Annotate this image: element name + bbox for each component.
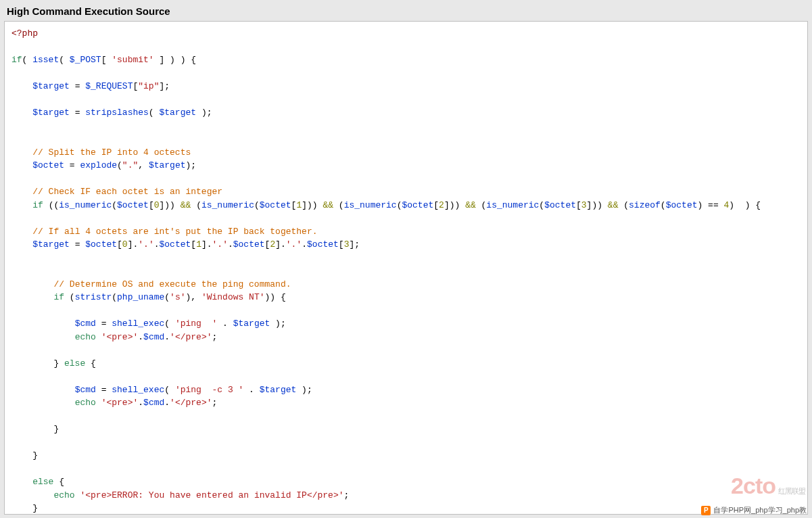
code-token: (: [333, 200, 344, 210]
code-token: (: [112, 292, 117, 302]
code-token: sizeof: [629, 200, 661, 210]
code-token: ((: [43, 200, 59, 210]
code-token: );: [270, 319, 285, 329]
code-token: else: [32, 477, 53, 487]
code-comment: // If all 4 octets are int's put the IP …: [32, 227, 317, 237]
code-token: '.': [212, 239, 228, 250]
code-token: $octet: [307, 239, 339, 250]
code-token: $_POST: [70, 55, 101, 65]
code-token: shell_exec: [112, 319, 164, 329]
code-token: ])): [587, 200, 608, 210]
code-token: ".": [122, 160, 138, 170]
code-token: [11, 227, 32, 237]
code-token: }: [11, 358, 64, 369]
code-token: =: [96, 319, 112, 329]
code-token: .: [138, 332, 143, 342]
code-token: )) {: [265, 292, 286, 302]
code-token: (: [164, 292, 170, 302]
code-token: [11, 477, 32, 487]
code-token: .: [302, 239, 307, 250]
watermark-brand: 2cto: [731, 473, 775, 498]
code-token: php_uname: [117, 292, 164, 302]
php-icon: P: [701, 506, 711, 515]
code-token: if: [32, 200, 43, 210]
code-token: .: [243, 385, 259, 395]
code-token: echo: [75, 398, 96, 408]
code-token: explode: [80, 160, 117, 170]
code-token: (: [661, 200, 666, 210]
code-token: 2: [439, 200, 444, 210]
code-token: stristr: [75, 292, 112, 302]
code-token: [: [433, 200, 439, 210]
code-token: else: [64, 358, 85, 369]
watermark-logo: 2cto红黑联盟: [731, 473, 805, 499]
code-token: ] ) ) {: [154, 55, 196, 65]
code-token: ].: [201, 239, 212, 250]
code-token: 'ping ': [175, 319, 217, 329]
code-token: $octet: [544, 200, 576, 210]
code-token: [11, 398, 75, 408]
code-token: (: [112, 200, 117, 210]
code-token: $cmd: [75, 319, 96, 329]
code-token: ) ==: [697, 200, 723, 210]
code-token: $octet: [160, 239, 191, 250]
code-token: ),: [186, 292, 201, 302]
code-token: }: [11, 424, 59, 434]
code-token: ;: [212, 332, 218, 342]
code-token: 'Windows NT': [201, 292, 265, 302]
code-token: (: [476, 200, 487, 210]
code-token: is_numeric: [201, 200, 254, 210]
code-token: (: [64, 292, 75, 302]
code-viewer: <?php if( isset( $_POST[ 'submit' ] ) ) …: [4, 21, 808, 515]
code-token: {: [85, 358, 96, 369]
code-token: );: [185, 160, 196, 170]
code-token: ];: [349, 239, 360, 250]
code-token: 'ping -c 3 ': [175, 385, 243, 395]
code-token: [96, 398, 101, 408]
code-token: =: [70, 108, 85, 118]
code-token: [11, 490, 53, 500]
code-token: '.': [138, 239, 153, 250]
code-token: ].: [128, 239, 139, 250]
code-token: '</pre>': [170, 398, 212, 408]
code-comment: // Check IF each octet is an integer: [32, 187, 222, 197]
code-token: ])): [160, 200, 181, 210]
code-token: (: [117, 160, 122, 170]
code-token: shell_exec: [112, 385, 164, 395]
code-token: $octet: [85, 239, 117, 250]
code-token: is_numeric: [59, 200, 112, 210]
code-token: ;: [212, 398, 218, 408]
code-token: $_REQUEST: [85, 81, 133, 91]
code-token: $target: [159, 108, 196, 118]
code-token: [11, 200, 32, 210]
code-token: }: [11, 503, 38, 513]
code-token: ])): [444, 200, 465, 210]
code-token: '.': [286, 239, 302, 250]
code-token: (: [59, 55, 70, 65]
code-token: ;: [344, 490, 350, 500]
code-token: [: [576, 200, 581, 210]
code-token: [11, 239, 32, 250]
footer-text: 自学PHP网_php学习_php教: [713, 505, 807, 515]
code-token: [11, 187, 32, 197]
code-token: '</pre>': [170, 332, 212, 342]
code-token: );: [196, 108, 212, 118]
code-token: stripslashes: [85, 108, 149, 118]
code-token: if: [11, 55, 22, 65]
code-token: (: [22, 55, 33, 65]
code-token: $octet: [260, 200, 291, 210]
code-token: [: [117, 239, 122, 250]
code-token: echo: [53, 490, 74, 500]
code-token: [: [339, 239, 344, 250]
code-token: '<pre>ERROR: You have entered an invalid…: [80, 490, 343, 500]
code-token: ];: [159, 81, 170, 91]
code-token: [11, 147, 32, 158]
code-token: {: [53, 477, 64, 487]
code-token: $octet: [233, 239, 265, 250]
code-token: $target: [32, 81, 70, 91]
code-token: (: [149, 108, 160, 118]
code-token: =: [96, 385, 112, 395]
code-token: (: [618, 200, 629, 210]
code-token: 0: [122, 239, 128, 250]
code-token: [11, 108, 32, 118]
